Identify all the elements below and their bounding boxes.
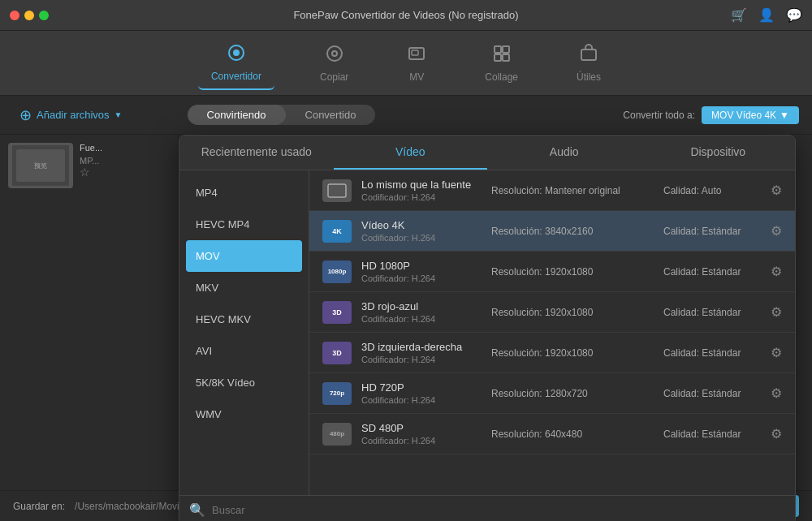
dropdown-tab-recent[interactable]: Recientemente usado xyxy=(179,136,334,170)
gear-icon-0[interactable]: ⚙ xyxy=(771,183,782,198)
add-files-label: Añadir archivos xyxy=(37,109,110,121)
gear-icon-3[interactable]: ⚙ xyxy=(771,304,782,320)
quality-item-4[interactable]: 3D 3D izquierda-derecha Codificador: H.2… xyxy=(309,333,795,373)
gear-icon-2[interactable]: ⚙ xyxy=(771,264,782,279)
gear-icon-5[interactable]: ⚙ xyxy=(771,385,782,401)
format-hevc-mkv[interactable]: HEVC MKV xyxy=(179,304,309,335)
quality-item-1[interactable]: 4K Vídeo 4K Codificador: H.264 Resolució… xyxy=(309,211,795,252)
title-bar-icons: 🛒 👤 💬 xyxy=(731,7,802,23)
svg-point-2 xyxy=(327,46,342,61)
dropdown-tab-audio[interactable]: Audio xyxy=(487,136,641,170)
title-bar: FonePaw Convertidor de Videos (No regist… xyxy=(0,0,812,31)
nav-tabs: Convertidor Copiar MV Coll xyxy=(0,31,812,96)
quality-calidad-0: Calidad: Auto xyxy=(663,185,761,196)
convertidor-icon xyxy=(227,43,246,67)
quality-encoder-5: Codificador: H.264 xyxy=(361,395,482,405)
tab-utiles[interactable]: Útiles xyxy=(564,37,614,89)
quality-calidad-1: Calidad: Estándar xyxy=(663,226,761,237)
quality-info-2: HD 1080P Codificador: H.264 xyxy=(361,260,482,283)
quality-list: Lo mismo que la fuente Codificador: H.26… xyxy=(309,170,795,495)
quality-info-1: Vídeo 4K Codificador: H.264 xyxy=(361,219,482,243)
file-star-icon[interactable]: ☆ xyxy=(80,166,170,179)
gear-icon-1[interactable]: ⚙ xyxy=(771,223,782,239)
menu-icon[interactable]: 💬 xyxy=(786,7,802,23)
quality-icon-6: 480p xyxy=(322,423,352,446)
gear-icon-6[interactable]: ⚙ xyxy=(771,426,782,441)
quality-encoder-4: Codificador: H.264 xyxy=(361,355,482,364)
quality-item-6[interactable]: 480p SD 480P Codificador: H.264 Resoluci… xyxy=(309,414,795,454)
dropdown-body: MP4 HEVC MP4 MOV MKV HEVC MKV AVI 5K/8K … xyxy=(179,170,795,495)
quality-name-6: SD 480P xyxy=(361,422,482,434)
format-hevc-mp4[interactable]: HEVC MP4 xyxy=(179,209,309,240)
quality-resolution-0: Resolución: Mantener original xyxy=(491,185,654,196)
quality-resolution-6: Resolución: 640x480 xyxy=(491,428,654,440)
traffic-lights xyxy=(10,11,49,20)
quality-item-2[interactable]: 1080p HD 1080P Codificador: H.264 Resolu… xyxy=(309,252,795,292)
mv-icon xyxy=(407,44,426,68)
quality-calidad-6: Calidad: Estándar xyxy=(663,428,761,440)
tab-collage-label: Collage xyxy=(485,71,518,83)
gear-icon-4[interactable]: ⚙ xyxy=(771,345,782,360)
save-label: Guardar en: xyxy=(13,501,65,512)
tab-collage[interactable]: Collage xyxy=(472,37,531,89)
minimize-button[interactable] xyxy=(24,11,34,20)
svg-rect-5 xyxy=(412,50,418,55)
quality-encoder-3: Codificador: H.264 xyxy=(361,314,482,324)
convert-all: Convertir todo a: MOV Vídeo 4K ▼ xyxy=(623,106,799,124)
quality-item-3[interactable]: 3D 3D rojo-azul Codificador: H.264 Resol… xyxy=(309,292,795,333)
file-thumbnail: 预览 xyxy=(8,143,73,188)
format-list: MP4 HEVC MP4 MOV MKV HEVC MKV AVI 5K/8K … xyxy=(179,170,309,495)
format-wmv[interactable]: WMV xyxy=(179,398,309,430)
convertido-tab[interactable]: Convertido xyxy=(286,105,376,125)
format-mov[interactable]: MOV xyxy=(186,240,302,272)
quality-encoder-1: Codificador: H.264 xyxy=(361,233,482,243)
main-content: 预览 Fue... MP... ☆ Recientemente usado Ví… xyxy=(0,135,812,490)
tab-copiar-label: Copiar xyxy=(320,71,348,83)
format-avi[interactable]: AVI xyxy=(179,335,309,367)
quality-info-0: Lo mismo que la fuente Codificador: H.26… xyxy=(361,179,482,202)
close-button[interactable] xyxy=(10,11,19,20)
quality-name-4: 3D izquierda-derecha xyxy=(361,341,482,353)
quality-calidad-5: Calidad: Estándar xyxy=(663,388,761,399)
quality-resolution-1: Resolución: 3840x2160 xyxy=(491,226,654,237)
format-mp4[interactable]: MP4 xyxy=(179,177,309,209)
quality-name-1: Vídeo 4K xyxy=(361,219,482,231)
tab-mv[interactable]: MV xyxy=(394,37,439,89)
add-files-button[interactable]: ⊕ Añadir archivos ▼ xyxy=(13,103,129,127)
search-input[interactable] xyxy=(212,504,785,516)
convert-all-value-text: MOV Vídeo 4K xyxy=(711,110,776,121)
dropdown-tab-device[interactable]: Dispositivo xyxy=(641,136,796,170)
convirtiendo-tab[interactable]: Convirtiendo xyxy=(188,105,286,125)
tab-switcher: Convirtiendo Convertido xyxy=(188,105,376,125)
maximize-button[interactable] xyxy=(39,11,49,20)
cart-icon[interactable]: 🛒 xyxy=(731,7,747,23)
quality-calidad-3: Calidad: Estándar xyxy=(663,307,761,318)
tab-convertidor[interactable]: Convertidor xyxy=(198,37,274,90)
quality-icon-5: 720p xyxy=(322,382,352,405)
dropdown-search: 🔍 xyxy=(179,495,795,521)
svg-rect-10 xyxy=(581,50,596,60)
svg-rect-8 xyxy=(495,54,501,61)
convert-all-value[interactable]: MOV Vídeo 4K ▼ xyxy=(702,106,799,124)
tab-copiar[interactable]: Copiar xyxy=(307,37,361,89)
quality-item-5[interactable]: 720p HD 720P Codificador: H.264 Resoluci… xyxy=(309,373,795,414)
svg-rect-9 xyxy=(503,54,509,61)
quality-info-5: HD 720P Codificador: H.264 xyxy=(361,381,482,405)
dropdown-tab-video[interactable]: Vídeo xyxy=(334,136,488,170)
app-title: FonePaw Convertidor de Videos (No regist… xyxy=(293,9,518,21)
svg-point-3 xyxy=(332,51,337,56)
dropdown-tabs: Recientemente usado Vídeo Audio Disposit… xyxy=(179,136,795,170)
format-mkv[interactable]: MKV xyxy=(179,272,309,304)
quality-icon-4: 3D xyxy=(322,342,352,364)
quality-name-3: 3D rojo-azul xyxy=(361,300,482,312)
convert-all-label: Convertir todo a: xyxy=(623,110,695,121)
user-icon[interactable]: 👤 xyxy=(758,7,775,23)
quality-encoder-2: Codificador: H.264 xyxy=(361,273,482,283)
quality-resolution-2: Resolución: 1920x1080 xyxy=(491,266,654,278)
format-5k8k[interactable]: 5K/8K Vídeo xyxy=(179,367,309,398)
quality-encoder-6: Codificador: H.264 xyxy=(361,436,482,446)
quality-icon-1: 4K xyxy=(322,220,352,243)
quality-item-0[interactable]: Lo mismo que la fuente Codificador: H.26… xyxy=(309,170,795,211)
quality-icon-0 xyxy=(322,179,352,202)
quality-icon-2: 1080p xyxy=(322,260,352,283)
